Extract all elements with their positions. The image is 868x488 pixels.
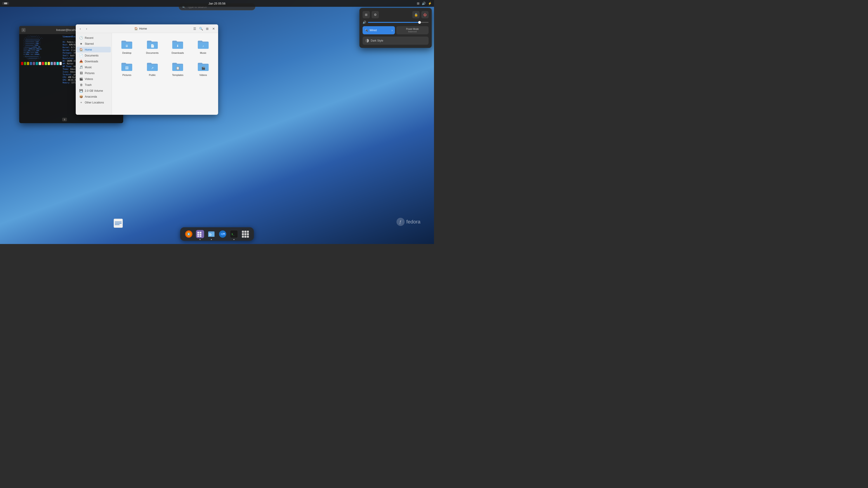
lock-button[interactable]: 🔒: [412, 11, 420, 18]
svg-point-11: [188, 233, 189, 235]
terminal-prompt-tab[interactable]: $: [62, 118, 67, 121]
power-mode-button[interactable]: Power Mode Balanced: [396, 26, 429, 34]
sidebar-item-other-locations[interactable]: + Other Locations: [76, 100, 111, 105]
svg-rect-17: [197, 235, 199, 237]
power-mode-sub: Balanced: [408, 31, 417, 33]
network-status-icon[interactable]: ⊞: [417, 2, 420, 5]
folder-documents-icon: 📄: [147, 38, 158, 50]
terminal-window-controls: +: [22, 28, 26, 32]
volume-control-row: 🔊: [363, 21, 429, 24]
sidebar-item-documents[interactable]: 📄 Documents: [76, 53, 111, 58]
sidebar-item-volume[interactable]: 💾 2.0 GB Volume: [76, 88, 111, 94]
sidebar-item-music[interactable]: 🎵 Music: [76, 64, 111, 70]
dock-dot-files: [211, 239, 212, 240]
sidebar-item-recent[interactable]: 🕐 Recent: [76, 35, 111, 41]
app-grid-dot: [247, 236, 249, 238]
activities-button[interactable]: [2, 2, 9, 5]
app-grid-dot: [242, 236, 244, 238]
files-icon: [207, 230, 215, 238]
svg-rect-21: [209, 233, 211, 234]
fm-menu-button[interactable]: ☰: [192, 26, 197, 31]
sidebar-label-pictures: Pictures: [85, 72, 94, 75]
network-name: Wired: [370, 29, 377, 32]
folder-downloads-svg: ⬇: [172, 38, 184, 50]
sidebar-label-volume: 2.0 GB Volume: [85, 89, 103, 92]
folder-documents[interactable]: 📄 Documents: [141, 37, 164, 56]
pictures-icon: 🖼: [79, 71, 83, 75]
folder-templates[interactable]: 📋 Templates: [166, 59, 189, 78]
dock-dot-terminal: [234, 239, 235, 240]
fm-view-button[interactable]: ⊞: [205, 26, 210, 31]
sidebar-item-anaconda[interactable]: 📦 Anaconda: [76, 94, 111, 99]
folder-desktop[interactable]: 🖥 Desktop: [116, 37, 138, 56]
volume-status-icon[interactable]: 🔊: [422, 2, 426, 5]
dock-item-terminal[interactable]: $_: [229, 229, 239, 239]
fm-floating-icon[interactable]: [114, 219, 123, 228]
file-manager-window: ‹ › 🏠 Home ☰ 🔍 ⊞ ✕ 🕐 Recent ★ Starred �: [76, 24, 218, 115]
volume-fill: [368, 22, 420, 23]
folder-public-icon: ↗: [147, 61, 158, 72]
fm-icon-line-3: [115, 224, 120, 225]
folder-pictures-icon: 🖼: [121, 61, 133, 72]
fm-close-button[interactable]: ✕: [211, 26, 216, 31]
fm-search-button[interactable]: 🔍: [198, 26, 204, 31]
dock-item-app-grid[interactable]: [240, 229, 250, 239]
system-panel-top: ⊞ ⚙ 🔒 ⏻: [363, 11, 429, 18]
svg-text:♪: ♪: [202, 44, 204, 48]
folder-music[interactable]: ♪ Music: [192, 37, 215, 56]
svg-point-25: [223, 233, 224, 234]
color-swatch-cyan: [36, 62, 38, 65]
sidebar-item-pictures[interactable]: 🖼 Pictures: [76, 70, 111, 76]
sidebar-item-downloads[interactable]: 📥 Downloads: [76, 59, 111, 64]
svg-rect-13: [197, 232, 199, 233]
sidebar-item-trash[interactable]: 🗑 Trash: [76, 82, 111, 88]
fm-nav-buttons: ‹ ›: [78, 26, 89, 31]
sidebar-label-downloads: Downloads: [85, 60, 98, 63]
system-settings-button[interactable]: ⚙: [372, 11, 379, 18]
trash-icon: 🗑: [79, 83, 83, 87]
folder-templates-icon: 📋: [172, 61, 184, 72]
folder-public[interactable]: ↗ Public: [141, 59, 164, 78]
color-swatch-bright-red: [42, 62, 44, 65]
volume-slider[interactable]: [368, 22, 429, 23]
svg-rect-15: [197, 234, 199, 235]
dark-style-button[interactable]: Dark Style: [363, 37, 429, 45]
folder-pictures[interactable]: 🖼 Pictures: [116, 59, 138, 78]
folder-downloads[interactable]: ⬇ Downloads: [166, 37, 189, 56]
dock-item-firefox[interactable]: [184, 229, 194, 239]
dock-item-app-launcher[interactable]: [195, 229, 205, 239]
color-swatch-yellow: [27, 62, 29, 65]
svg-rect-14: [199, 232, 202, 233]
folder-public-label: Public: [149, 74, 156, 76]
folder-music-icon: ♪: [197, 38, 209, 50]
fm-forward-button[interactable]: ›: [84, 26, 89, 31]
folder-public-svg: ↗: [147, 61, 158, 72]
sidebar-item-videos[interactable]: 🎬 Videos: [76, 76, 111, 82]
power-status-icon[interactable]: ⚡: [428, 2, 432, 5]
app-grid-icon: [242, 231, 249, 238]
volume-icon: 🔊: [363, 21, 366, 24]
downloads-sidebar-icon: 📥: [79, 60, 83, 63]
svg-text:🖼: 🖼: [125, 66, 128, 70]
fm-back-button[interactable]: ‹: [78, 26, 83, 31]
svg-text:🎬: 🎬: [201, 66, 205, 70]
color-swatch-blue: [30, 62, 32, 65]
sidebar-label-starred: Starred: [85, 42, 94, 45]
folder-videos[interactable]: 🎬 Videos: [192, 59, 215, 78]
network-button[interactable]: 🔌 Wired ›: [363, 26, 395, 34]
fm-sidebar: 🕐 Recent ★ Starred 🏠 Home 📄 Documents 📥 …: [76, 33, 112, 115]
fm-location-label: Home: [139, 27, 147, 30]
sidebar-item-home[interactable]: 🏠 Home: [76, 47, 111, 53]
terminal-add-tab-btn[interactable]: +: [22, 28, 26, 32]
power-button[interactable]: ⏻: [421, 11, 429, 18]
app-grid-dot: [247, 231, 249, 233]
other-locations-icon: +: [79, 101, 83, 104]
folder-pictures-svg: 🖼: [121, 61, 133, 72]
dark-style-icon: [365, 39, 369, 42]
color-swatch-purple: [33, 62, 35, 65]
sidebar-item-starred[interactable]: ★ Starred: [76, 41, 111, 46]
dock-item-bluefish[interactable]: [218, 229, 228, 239]
dock-item-files[interactable]: [206, 229, 216, 239]
svg-rect-18: [199, 235, 202, 237]
screen-settings-button[interactable]: ⊞: [363, 11, 370, 18]
